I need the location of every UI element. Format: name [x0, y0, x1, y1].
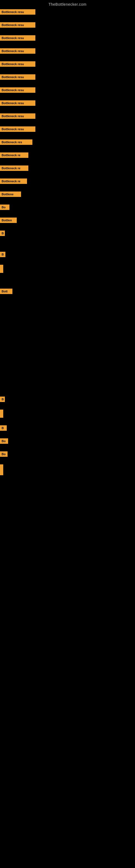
- bottleneck-badge: Bo: [0, 438, 8, 444]
- list-item[interactable]: Bottleneck re: [0, 152, 135, 158]
- bottleneck-badge: Bottleneck resu: [0, 113, 35, 119]
- list-item[interactable]: Bottleneck res: [0, 140, 135, 145]
- list-item[interactable]: Bottleneck re: [0, 179, 135, 184]
- list-item[interactable]: [0, 464, 135, 475]
- bottleneck-badge: Bo: [0, 452, 8, 457]
- bottleneck-badge: [0, 464, 3, 475]
- spacer: [0, 302, 135, 356]
- list-item[interactable]: Bo: [0, 205, 135, 210]
- list-item[interactable]: Bottleneck resu: [0, 48, 135, 54]
- bottleneck-badge: Bottleneck resu: [0, 61, 35, 67]
- bottleneck-badge: Bottleneck resu: [0, 35, 35, 41]
- list-item[interactable]: Bo: [0, 438, 135, 444]
- list-item[interactable]: Bottleneck resu: [0, 9, 135, 14]
- list-item[interactable]: [0, 410, 135, 418]
- list-item[interactable]: B: [0, 425, 135, 431]
- bottleneck-badge: Bottlen: [0, 218, 17, 223]
- bottleneck-badge: Bottleneck re: [0, 165, 28, 171]
- site-title: TheBottlenecker.com: [0, 0, 135, 9]
- list-item[interactable]: Bottlene: [0, 191, 135, 197]
- bottleneck-badge: B: [0, 252, 5, 257]
- list-item[interactable]: Bottleneck resu: [0, 113, 135, 119]
- page-container: TheBottlenecker.com Bottleneck resu Bott…: [0, 0, 135, 475]
- bottleneck-badge: [0, 410, 3, 418]
- list-item[interactable]: Bottleneck re: [0, 165, 135, 171]
- bottleneck-badge: Bottleneck res: [0, 140, 32, 145]
- list-item[interactable]: [0, 265, 135, 273]
- spacer: [0, 280, 135, 289]
- list-item[interactable]: B: [0, 397, 135, 402]
- bottleneck-badge: Bottleneck resu: [0, 87, 35, 93]
- bottleneck-badge: Bo: [0, 205, 9, 210]
- list-item[interactable]: Bottlen: [0, 218, 135, 223]
- spacer: [0, 244, 135, 252]
- list-item[interactable]: Bottleneck resu: [0, 22, 135, 28]
- list-item[interactable]: B: [0, 252, 135, 257]
- bottleneck-badge: B: [0, 425, 7, 431]
- bottleneck-badge: Bottleneck resu: [0, 126, 35, 132]
- bottleneck-badge: Bottleneck re: [0, 179, 27, 184]
- list-item[interactable]: B: [0, 230, 135, 236]
- bottleneck-badge: Bottlene: [0, 191, 21, 197]
- bottleneck-badge: Bottleneck resu: [0, 74, 35, 80]
- bottleneck-badge: B: [0, 397, 5, 402]
- bottleneck-badge: Bottleneck resu: [0, 48, 35, 54]
- spacer: [0, 356, 135, 397]
- list-item[interactable]: Bottleneck resu: [0, 74, 135, 80]
- bottleneck-badge: Bottleneck resu: [0, 100, 35, 106]
- list-item[interactable]: Bo: [0, 452, 135, 457]
- bottleneck-badge: [0, 265, 3, 273]
- bottleneck-badge: Bott: [0, 289, 12, 294]
- bottleneck-badge: Bottleneck resu: [0, 22, 35, 28]
- bottleneck-badge: B: [0, 230, 5, 236]
- list-item[interactable]: Bottleneck resu: [0, 126, 135, 132]
- list-item[interactable]: Bottleneck resu: [0, 100, 135, 106]
- list-item[interactable]: Bottleneck resu: [0, 87, 135, 93]
- list-item[interactable]: Bottleneck resu: [0, 35, 135, 41]
- list-item[interactable]: Bott: [0, 289, 135, 294]
- bottleneck-badge: Bottleneck resu: [0, 9, 35, 14]
- list-item[interactable]: Bottleneck resu: [0, 61, 135, 67]
- bottleneck-badge: Bottleneck re: [0, 152, 28, 158]
